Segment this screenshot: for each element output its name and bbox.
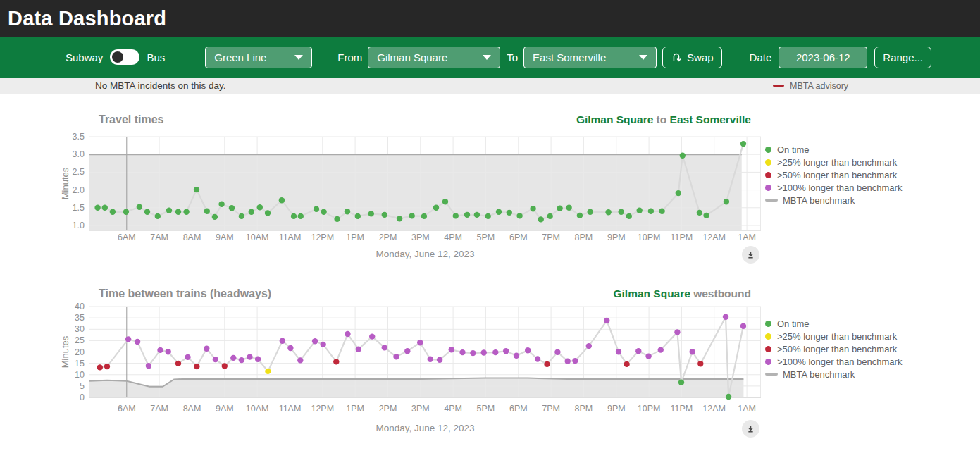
incident-message: No MBTA incidents on this day. (95, 80, 226, 91)
svg-text:11AM: 11AM (279, 404, 302, 414)
svg-text:15: 15 (75, 359, 85, 369)
swap-button[interactable]: Swap (662, 47, 722, 68)
download-icon (746, 424, 755, 433)
legend-item: >100% longer than benchmark (765, 355, 980, 368)
svg-text:10AM: 10AM (246, 404, 269, 414)
date-input[interactable]: 2023-06-12 (779, 47, 867, 68)
svg-text:12AM: 12AM (702, 233, 726, 242)
svg-text:12PM: 12PM (311, 404, 334, 414)
benchmark-dash-icon (765, 373, 778, 376)
legend-item: >50% longer than benchmark (765, 342, 980, 355)
legend-label: On time (777, 144, 810, 155)
range-button-label: Range... (883, 51, 923, 63)
gt50-dot-icon (765, 172, 771, 178)
legend-label: >100% longer than benchmark (777, 357, 902, 367)
to-station-dropdown[interactable]: East Somerville (523, 47, 657, 68)
legend-label: >50% longer than benchmark (777, 344, 897, 354)
legend-item: MBTA benchmark (765, 194, 980, 206)
legend-label: On time (777, 318, 810, 329)
svg-text:10: 10 (75, 370, 85, 380)
legend-label: >25% longer than benchmark (777, 157, 897, 168)
svg-text:1AM: 1AM (738, 404, 756, 414)
svg-text:6AM: 6AM (118, 404, 136, 414)
app-header: Data Dashboard (0, 0, 980, 37)
svg-text:3.5: 3.5 (73, 132, 85, 142)
svg-text:10AM: 10AM (246, 233, 269, 242)
from-station-dropdown[interactable]: Gilman Square (368, 47, 500, 68)
svg-text:10PM: 10PM (638, 233, 661, 242)
date-label: Date (750, 51, 772, 63)
legend-label: MBTA benchmark (783, 195, 855, 206)
svg-text:7PM: 7PM (542, 233, 560, 242)
chevron-down-icon (639, 55, 647, 60)
svg-text:8AM: 8AM (183, 233, 201, 242)
to-label: To (507, 51, 518, 63)
gt50-dot-icon (765, 346, 771, 352)
svg-text:9PM: 9PM (607, 404, 626, 414)
svg-text:5: 5 (80, 381, 85, 391)
gt100-dot-icon (765, 185, 771, 191)
advisory-dash-icon (773, 85, 784, 87)
svg-text:1PM: 1PM (346, 233, 364, 242)
legend-label: >25% longer than benchmark (777, 331, 897, 342)
headways-subtitle: Gilman Square westbound (613, 287, 751, 300)
svg-text:1AM: 1AM (738, 233, 756, 242)
svg-text:4PM: 4PM (444, 233, 462, 242)
travel-times-legend: On time>25% longer than benchmark>50% lo… (765, 113, 980, 264)
travel-times-caption: Monday, June 12, 2023 (89, 245, 761, 259)
svg-text:4PM: 4PM (444, 404, 462, 414)
svg-text:25: 25 (75, 335, 85, 345)
to-station-value: East Somerville (533, 51, 606, 63)
legend-label: MBTA benchmark (783, 369, 855, 380)
download-chart-button[interactable] (742, 246, 759, 264)
svg-text:5PM: 5PM (477, 233, 495, 242)
svg-text:7PM: 7PM (542, 404, 560, 414)
svg-text:Minutes: Minutes (60, 335, 70, 368)
svg-text:8PM: 8PM (575, 233, 593, 242)
subway-label[interactable]: Subway (66, 51, 103, 63)
from-label: From (337, 51, 362, 63)
headways-chart: 05101520253035406AM7AM8AM9AM10AM11AM12PM… (60, 302, 761, 419)
svg-text:Minutes: Minutes (60, 167, 70, 199)
svg-text:1.0: 1.0 (73, 221, 85, 230)
on_time-dot-icon (765, 147, 771, 153)
svg-text:11PM: 11PM (671, 404, 693, 414)
from-station-name: Gilman Square (576, 113, 653, 125)
svg-text:9AM: 9AM (216, 233, 234, 242)
svg-text:2.5: 2.5 (73, 167, 85, 177)
legend-item: >50% longer than benchmark (765, 168, 980, 181)
svg-text:3.0: 3.0 (73, 149, 85, 159)
svg-text:3PM: 3PM (411, 404, 430, 414)
svg-text:1.5: 1.5 (73, 203, 85, 213)
svg-text:12AM: 12AM (702, 404, 726, 414)
legend-item: >100% longer than benchmark (765, 181, 980, 194)
download-chart-button[interactable] (742, 420, 759, 438)
svg-text:30: 30 (75, 324, 85, 334)
svg-text:7AM: 7AM (150, 404, 168, 414)
page-title: Data Dashboard (0, 7, 166, 30)
svg-text:6AM: 6AM (118, 233, 136, 242)
svg-text:40: 40 (75, 302, 85, 311)
station-name: Gilman Square (613, 287, 690, 299)
benchmark-dash-icon (765, 199, 778, 202)
headways-section: Time between trains (headways) Gilman Sq… (60, 287, 980, 438)
advisory-label: MBTA advisory (790, 81, 848, 91)
line-dropdown-value: Green Line (214, 51, 266, 63)
range-button[interactable]: Range... (874, 47, 931, 68)
chevron-down-icon (483, 55, 491, 60)
legend-label: >100% longer than benchmark (777, 182, 902, 193)
legend-item: >25% longer than benchmark (765, 330, 980, 342)
subway-bus-toggle[interactable] (110, 49, 139, 65)
svg-text:11AM: 11AM (279, 233, 302, 242)
gt100-dot-icon (765, 359, 771, 365)
from-station-value: Gilman Square (377, 51, 447, 63)
chevron-down-icon (294, 55, 303, 60)
legend-item: On time (765, 143, 980, 156)
gt25-dot-icon (765, 159, 771, 166)
svg-text:2PM: 2PM (379, 404, 397, 414)
legend-item: On time (765, 317, 980, 330)
bus-label[interactable]: Bus (147, 51, 165, 63)
svg-text:8AM: 8AM (183, 404, 201, 414)
line-dropdown[interactable]: Green Line (205, 47, 312, 68)
headways-legend: On time>25% longer than benchmark>50% lo… (765, 287, 980, 438)
